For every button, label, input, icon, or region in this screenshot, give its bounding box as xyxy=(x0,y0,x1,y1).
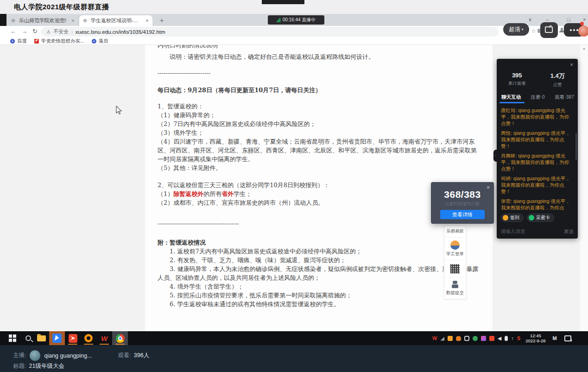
live-chat-panel: × 395 累计观看 1.4万 点赞 聊天互动 连麦·0 观看·387 唐红玲:… xyxy=(497,59,578,239)
tray-wps-icon[interactable]: W xyxy=(432,336,437,341)
sidebar-item-qrcode[interactable] xyxy=(444,260,466,277)
viewers-label: 观看: xyxy=(118,352,131,359)
system-tray: W ◢ ◀ ↑ S 12:45 2022-9-28 M 3 xyxy=(432,331,571,345)
new-tab-button[interactable]: + xyxy=(158,17,166,25)
address-input[interactable]: ⚠ 不安全 | xuesc.lsnu.edu.cn/info/1035/4192… xyxy=(41,27,499,37)
live-timer: 00:16:44 xyxy=(283,17,301,22)
host-label: 主播: xyxy=(13,352,26,359)
send-button[interactable]: 发送 xyxy=(564,228,574,235)
tab-welcome[interactable]: ⊕ 乐山师范学院欢迎您! × xyxy=(7,15,79,26)
tray-m-app-icon[interactable]: M xyxy=(552,336,556,341)
globe-favicon-icon: ⊕ xyxy=(83,18,88,23)
appendix-heading: 附：暂缓返校情况 xyxy=(158,238,480,247)
sign-in-count: 368/383 xyxy=(431,189,494,200)
minimize-button[interactable]: – xyxy=(546,17,549,22)
tray-green-icon[interactable] xyxy=(473,336,478,341)
popup-close-icon[interactable]: × xyxy=(487,184,490,191)
appendix-item: 3. 健康码异常，本人为未治愈的确诊病例、无症状感染者，疑似病例或被判定为密切接… xyxy=(158,265,480,282)
red-app-icon xyxy=(69,334,77,343)
reload-icon[interactable]: ↻ xyxy=(32,28,38,35)
appendix-item: 6. 学生返校审核未通过的或有其他特殊情况需暂缓返校的学生。 xyxy=(158,300,480,309)
taskbar-explorer-button[interactable] xyxy=(33,331,49,345)
forward-icon[interactable]: → xyxy=(21,28,27,35)
chat-message: 何婷: qiang guangping 强光平，我来围观你的直播啦，为你点赞！ xyxy=(501,175,574,195)
tab-close-icon[interactable]: × xyxy=(71,18,75,24)
view-details-button[interactable]: 查看详情 xyxy=(440,210,485,219)
honey-card-dot-icon xyxy=(529,215,534,221)
tray-network-icon[interactable]: ◢ xyxy=(440,336,444,341)
tab-close-icon[interactable]: × xyxy=(145,18,149,24)
bookmarks-bar: 百度 学党史悟思想办实... 落后 xyxy=(0,38,588,45)
recorder-top-notch xyxy=(262,0,304,4)
tray-folder-icon[interactable] xyxy=(448,336,453,341)
scroll-up-arrow-icon[interactable]: ▲ xyxy=(582,47,586,50)
sign-in-popup: × 368/383 已签到/应签到人数 查看详情 xyxy=(431,182,494,224)
taskbar-streaming-app-active[interactable] xyxy=(49,331,65,345)
appendix-item: 2. 有发热、干咳、乏力、咽痛、嗅（味）觉减退、腹泻等症状的； xyxy=(158,256,480,265)
baidu-paw-icon xyxy=(92,39,96,44)
stat-likes: 1.4万 点赞 xyxy=(537,72,578,88)
sidebar-item-data-submit[interactable]: 数据提交 xyxy=(444,277,466,299)
chat-scrollbar[interactable] xyxy=(575,133,577,160)
item-line: （2）7日内有中高风险区旅居史或必须经停中高风险区的； xyxy=(158,120,480,128)
windows-logo-icon xyxy=(9,334,16,342)
restore-button[interactable]: □ xyxy=(567,17,570,22)
chrome-icon xyxy=(116,334,125,343)
tray-red-square-icon[interactable] xyxy=(489,336,494,341)
item-line: （5）其他：详见附件。 xyxy=(158,164,480,172)
tray-uparrow-icon[interactable]: ↑ xyxy=(511,336,514,341)
intro-line: 说明：请密切关注每日动态，确定好自己是否能返校以及返程路线如何设计。 xyxy=(158,52,480,61)
bookmark-study[interactable]: 学党史悟思想办实... xyxy=(34,38,84,44)
page-scrollbar[interactable] xyxy=(580,45,588,331)
bookmark-other[interactable]: 落后 xyxy=(92,38,108,44)
chevron-down-icon[interactable]: ∨ xyxy=(528,17,532,23)
profile-person-icon[interactable] xyxy=(559,28,564,32)
tray-phone-icon[interactable] xyxy=(464,336,469,341)
tray-color-icon[interactable] xyxy=(481,336,486,341)
honey-card-chip[interactable]: 采蜜卡 xyxy=(527,214,554,222)
tab-label: 学生返校区域说明-乐山师范学院 xyxy=(91,17,143,24)
tab-viewers[interactable]: 观看·387 xyxy=(555,94,574,101)
quality-selector-button[interactable]: 超清 ▾ xyxy=(503,23,529,36)
stat-total-views: 395 累计观看 xyxy=(497,72,537,88)
close-button[interactable]: × xyxy=(583,17,586,22)
browser-avatar[interactable] xyxy=(578,25,588,37)
taskbar-chrome-button[interactable] xyxy=(112,331,128,345)
robot-icon xyxy=(451,280,459,289)
tray-volume-icon[interactable]: ◀ xyxy=(498,336,501,341)
chat-close-icon[interactable]: × xyxy=(570,62,573,68)
chat-input-field[interactable]: 请输入消息 xyxy=(501,228,525,235)
divider-line: -------------------------- xyxy=(158,69,480,77)
item-line: （3）境外学生； xyxy=(158,128,480,137)
page-side-widget: 乐师易班 学工登录 数据提交 xyxy=(444,225,466,299)
screen-share-button[interactable]: ↱ xyxy=(540,22,558,38)
not-secure-warning-icon: ⚠ xyxy=(46,29,51,34)
taskbar-app-orange[interactable] xyxy=(81,331,96,345)
sign-in-chip[interactable]: 签到 xyxy=(501,214,524,222)
tab-chat-interaction[interactable]: 聊天互动 xyxy=(501,94,521,101)
not-secure-label: 不安全 xyxy=(53,28,69,35)
taskbar-app-red[interactable] xyxy=(65,331,81,345)
item-line: （1）健康码异常的； xyxy=(158,111,480,120)
host-avatar xyxy=(30,350,40,361)
bookmark-baidu[interactable]: 百度 xyxy=(10,38,27,44)
tray-mic-icon[interactable] xyxy=(505,336,508,341)
back-icon[interactable]: ← xyxy=(10,28,16,35)
tab-mic-connect[interactable]: 连麦·0 xyxy=(531,94,544,101)
taskbar-wps-button[interactable]: W xyxy=(96,331,112,345)
bookmark-star-icon[interactable]: ☆ xyxy=(531,28,536,34)
taskbar-clock[interactable]: 12:45 2022-9-28 xyxy=(525,333,545,343)
stream-title: 21级年级大会 xyxy=(29,362,64,370)
start-button[interactable] xyxy=(5,331,20,345)
chat-collapse-handle[interactable]: › xyxy=(493,150,497,162)
address-divider: | xyxy=(71,29,73,35)
globe-favicon-icon: ⊕ xyxy=(11,18,16,23)
tray-s-icon[interactable]: S xyxy=(517,336,520,341)
chat-message-list[interactable]: 唐红玲: qiang guangping 强光平，我来围观你的直播啦，为你点赞！… xyxy=(501,107,574,212)
chat-message: 张雷: qiang guangping 强光平，我来围观你的直播啦，为你点赞！ xyxy=(501,198,574,212)
sidebar-item-yiban[interactable]: 乐师易班 xyxy=(444,226,466,238)
tray-shield-icon[interactable] xyxy=(456,336,461,341)
sidebar-item-student-login[interactable]: 学工登录 xyxy=(444,238,466,260)
tab-return-notice[interactable]: ⊕ 学生返校区域说明-乐山师范学院 × xyxy=(79,15,152,26)
notification-center-icon[interactable]: 3 xyxy=(564,335,571,341)
